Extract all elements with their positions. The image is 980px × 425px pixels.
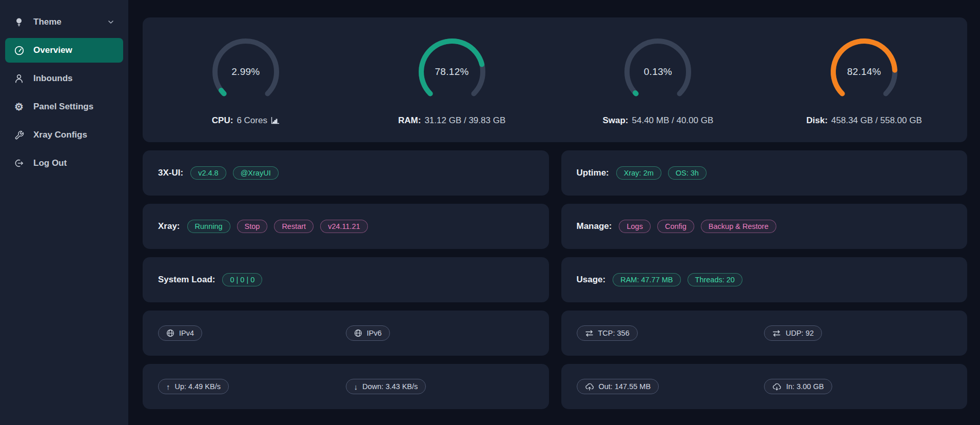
manage-config-button[interactable]: Config (657, 220, 694, 233)
wrench-icon (13, 129, 25, 141)
system-load-card: System Load: 0 | 0 | 0 (143, 257, 549, 302)
arrow-up-icon: ↑ (166, 383, 170, 391)
swap-label: Swap: 54.40 MB / 40.00 GB (602, 115, 713, 126)
sidebar-item-inbounds[interactable]: Inbounds (5, 66, 123, 91)
xui-card: 3X-UI: v2.4.8 @XrayUI (143, 150, 549, 196)
tcp-count-pill: TCP: 356 (577, 325, 638, 341)
usage-card: Usage: RAM: 47.77 MB Threads: 20 (561, 257, 968, 302)
usage-label: Usage: (577, 275, 606, 285)
globe-icon (354, 329, 362, 337)
ip-card: IPv4 IPv6 (143, 311, 549, 356)
xray-version-badge[interactable]: v24.11.21 (320, 220, 368, 233)
swap-gauge: 0.13% Swap: 54.40 MB / 40.00 GB (555, 34, 761, 126)
uptime-label: Uptime: (577, 168, 609, 178)
ipv4-pill: IPv4 (158, 325, 202, 341)
gear-icon: ⚙ (13, 101, 25, 112)
sidebar-item-label: Inbounds (33, 73, 72, 84)
disk-label: Disk: 458.34 GB / 558.00 GB (806, 115, 922, 126)
manage-backup-restore-button[interactable]: Backup & Restore (701, 220, 776, 233)
lightbulb-icon (13, 16, 25, 28)
speed-card: ↑ Up: 4.49 KB/s ↓ Down: 3.43 KB/s (143, 364, 549, 409)
uptime-xray-badge: Xray: 2m (616, 166, 661, 180)
ram-label: RAM: 31.12 GB / 39.83 GB (398, 115, 505, 126)
cpu-gauge: 2.99% CPU: 6 Cores (143, 34, 349, 126)
ram-gauge: 78.12% RAM: 31.12 GB / 39.83 GB (349, 34, 555, 126)
cpu-percent: 2.99% (208, 34, 283, 109)
disk-gauge: 82.14% Disk: 458.34 GB / 558.00 GB (761, 34, 967, 126)
uptime-card: Uptime: Xray: 2m OS: 3h (561, 150, 968, 196)
xray-stop-button[interactable]: Stop (237, 220, 268, 233)
traffic-in-pill: In: 3.00 GB (764, 379, 832, 394)
sidebar-item-label: Log Out (33, 158, 67, 168)
sidebar: Theme Overview Inbounds ⚙ Panel Settings… (0, 0, 128, 425)
cpu-history-chart-icon[interactable] (271, 117, 280, 124)
user-icon (13, 73, 25, 84)
xray-card: Xray: Running Stop Restart v24.11.21 (143, 204, 549, 249)
sidebar-item-panel-settings[interactable]: ⚙ Panel Settings (5, 94, 123, 119)
logout-icon (13, 158, 25, 169)
arrow-down-icon: ↓ (354, 383, 358, 391)
disk-percent: 82.14% (827, 34, 901, 109)
globe-icon (166, 329, 174, 337)
transfer-arrows-icon (772, 330, 781, 337)
transfer-arrows-icon (585, 330, 594, 337)
cpu-label: CPU: 6 Cores (212, 115, 280, 126)
xui-label: 3X-UI: (158, 168, 183, 178)
main-content: 2.99% CPU: 6 Cores 78.12% RAM: 31.12 G (128, 0, 980, 425)
system-gauges-card: 2.99% CPU: 6 Cores 78.12% RAM: 31.12 G (143, 17, 967, 142)
cloud-upload-icon (585, 383, 594, 391)
connections-card: TCP: 356 UDP: 92 (561, 311, 968, 356)
sidebar-item-label: Theme (33, 17, 62, 27)
info-rows: 3X-UI: v2.4.8 @XrayUI Uptime: Xray: 2m O… (143, 150, 967, 409)
udp-count-pill: UDP: 92 (764, 325, 822, 341)
dashboard-gauge-icon (13, 45, 25, 56)
sidebar-item-overview[interactable]: Overview (5, 38, 123, 63)
sidebar-item-xray-configs[interactable]: Xray Configs (5, 123, 123, 147)
traffic-out-pill: Out: 147.55 MB (577, 379, 659, 394)
swap-percent: 0.13% (620, 34, 695, 109)
sidebar-item-label: Overview (33, 45, 72, 55)
xray-label: Xray: (158, 221, 180, 231)
manage-card: Manage: Logs Config Backup & Restore (561, 204, 968, 249)
usage-ram-badge: RAM: 47.77 MB (613, 273, 680, 286)
sidebar-item-theme[interactable]: Theme (5, 10, 123, 34)
xui-telegram-badge[interactable]: @XrayUI (233, 166, 279, 180)
cloud-download-icon (772, 383, 781, 391)
manage-logs-button[interactable]: Logs (619, 220, 650, 233)
download-speed-pill: ↓ Down: 3.43 KB/s (346, 379, 426, 394)
ram-percent: 78.12% (415, 34, 489, 109)
traffic-card: Out: 147.55 MB In: 3.00 GB (561, 364, 968, 409)
xray-restart-button[interactable]: Restart (274, 220, 313, 233)
manage-label: Manage: (577, 221, 612, 231)
usage-threads-badge: Threads: 20 (688, 273, 742, 286)
sidebar-item-label: Panel Settings (33, 102, 93, 112)
ipv6-pill: IPv6 (346, 325, 390, 341)
xui-version-badge[interactable]: v2.4.8 (190, 166, 226, 180)
sidebar-item-logout[interactable]: Log Out (5, 151, 123, 176)
system-load-badge: 0 | 0 | 0 (222, 273, 262, 286)
system-load-label: System Load: (158, 275, 215, 285)
upload-speed-pill: ↑ Up: 4.49 KB/s (158, 379, 229, 394)
uptime-os-badge: OS: 3h (668, 166, 707, 180)
sidebar-item-label: Xray Configs (33, 130, 87, 140)
chevron-down-icon (107, 18, 115, 26)
xray-status-badge: Running (187, 220, 230, 233)
